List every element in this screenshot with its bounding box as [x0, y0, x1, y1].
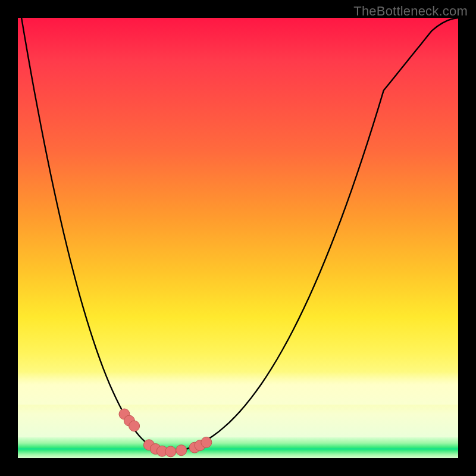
plot-area — [18, 18, 458, 458]
data-marker — [165, 446, 176, 457]
data-marker — [176, 445, 187, 456]
data-marker — [201, 437, 212, 447]
watermark-text: TheBottleneck.com — [353, 4, 468, 19]
curve-layer — [18, 18, 458, 458]
chart-frame: TheBottleneck.com — [0, 0, 476, 476]
data-marker — [129, 421, 140, 431]
curve-markers — [119, 409, 212, 457]
bottleneck-curve — [18, 18, 458, 452]
